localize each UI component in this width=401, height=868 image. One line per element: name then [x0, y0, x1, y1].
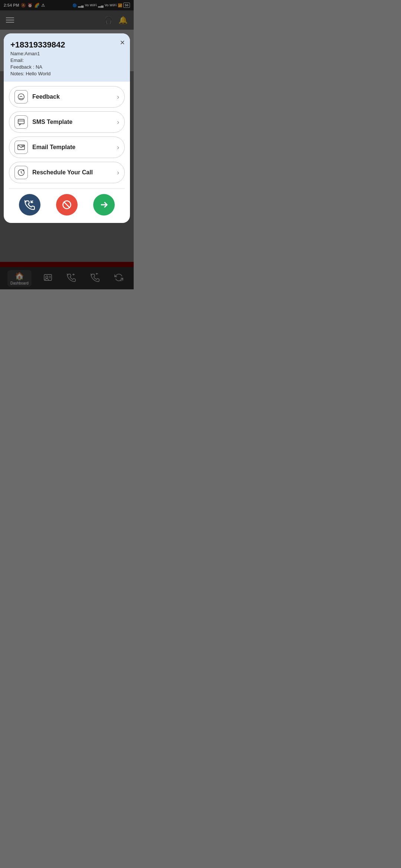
contact-feedback: Feedback : NA: [10, 64, 123, 70]
sms-template-label: SMS Template: [32, 119, 117, 125]
reschedule-menu-item[interactable]: Reschedule Your Call ›: [9, 162, 125, 183]
svg-rect-1: [18, 119, 25, 124]
svg-point-6: [23, 146, 23, 147]
contact-email: Email:: [10, 57, 123, 63]
block-button[interactable]: [56, 194, 78, 216]
recall-button[interactable]: [19, 194, 40, 216]
svg-line-9: [64, 202, 70, 208]
contact-notes: Notes: Hello World: [10, 71, 123, 76]
modal-overlay: +18319339842 Name:Aman1 Email: Feedback …: [0, 0, 134, 289]
contact-name: Name:Aman1: [10, 51, 123, 56]
reschedule-icon: [14, 166, 28, 179]
sms-icon: [14, 115, 28, 129]
action-buttons: [4, 193, 130, 216]
feedback-icon: [14, 90, 28, 103]
sms-chevron: ›: [117, 118, 119, 126]
close-button[interactable]: ×: [120, 39, 125, 47]
contact-modal: +18319339842 Name:Aman1 Email: Feedback …: [4, 33, 130, 223]
modal-header: +18319339842 Name:Aman1 Email: Feedback …: [4, 33, 130, 82]
email-icon: [14, 141, 28, 154]
next-button[interactable]: [93, 194, 115, 216]
email-template-menu-item[interactable]: Email Template ›: [9, 137, 125, 158]
phone-number: +18319339842: [10, 40, 123, 50]
feedback-chevron: ›: [117, 93, 119, 101]
sms-template-menu-item[interactable]: SMS Template ›: [9, 111, 125, 133]
reschedule-label: Reschedule Your Call: [32, 169, 117, 176]
reschedule-chevron: ›: [117, 169, 119, 177]
email-chevron: ›: [117, 144, 119, 151]
modal-divider: [9, 188, 125, 189]
feedback-label: Feedback: [32, 93, 117, 100]
feedback-menu-item[interactable]: Feedback ›: [9, 86, 125, 108]
email-template-label: Email Template: [32, 144, 117, 151]
menu-items: Feedback › SMS Template ›: [4, 82, 130, 183]
